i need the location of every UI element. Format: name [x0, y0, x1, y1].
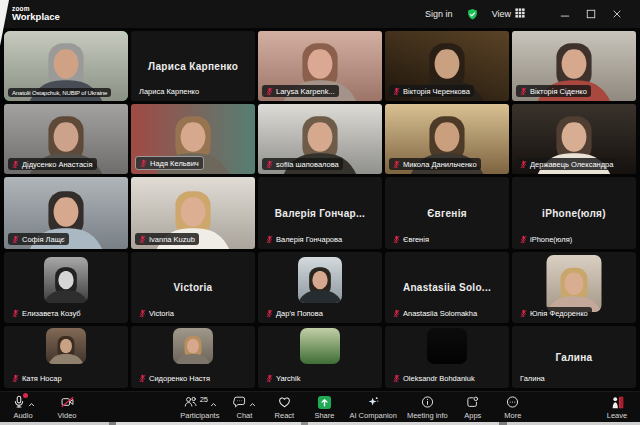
muted-mic-icon	[393, 374, 400, 383]
toolbar-label: Leave	[607, 411, 627, 420]
participant-tile[interactable]: Елизавета Козуб	[4, 252, 128, 323]
participant-tile[interactable]: Дар'я Попова	[258, 252, 382, 323]
participant-name-label: Anatolii Ostapchuk, NUBIP of Ukraine	[8, 88, 111, 97]
participant-name: Валерія Гончарова	[276, 235, 342, 244]
participant-name: Oleksandr Bohdaniuk	[403, 374, 475, 383]
toolbar-label: Participants	[180, 411, 219, 420]
participant-tile[interactable]: iPhone(юля)iPhone(юля)	[512, 177, 636, 249]
participant-avatar	[427, 328, 467, 364]
participant-tile[interactable]: Софія Лащє	[4, 177, 128, 249]
participant-tile[interactable]: Yarchik	[258, 326, 382, 388]
chat-caret-icon[interactable]	[249, 393, 256, 411]
participant-tile[interactable]: Oleksandr Bohdaniuk	[385, 326, 509, 388]
participants-count: 25	[200, 395, 208, 404]
audio-caret-icon[interactable]	[28, 393, 35, 411]
toolbar-meeting-info-button[interactable]: Meeting info	[407, 392, 448, 422]
participant-tile[interactable]: Anastasiia Solo...Anastasiia Solomakha	[385, 252, 509, 323]
participant-name: Лариса Карпенко	[139, 87, 199, 96]
audio-icon	[12, 395, 26, 409]
toolbar-more-button[interactable]: More	[498, 392, 528, 422]
participant-name-label: Галина	[516, 372, 549, 384]
sign-in-button[interactable]: Sign in	[425, 9, 453, 19]
maximize-button[interactable]	[578, 3, 604, 25]
video-icon	[60, 395, 75, 409]
participant-name-label: Софія Лащє	[8, 233, 69, 245]
participant-tile[interactable]: Валерія Гончар...Валерія Гончарова	[258, 177, 382, 249]
minimize-button[interactable]	[552, 3, 578, 25]
participant-tile[interactable]: Вікторія Черенкова	[385, 31, 509, 101]
close-button[interactable]	[604, 3, 630, 25]
participant-tile[interactable]: Катя Носар	[4, 326, 128, 388]
toolbar-ai-companion-button[interactable]: AI Companion	[349, 392, 397, 422]
toolbar-label: Chat	[236, 411, 252, 420]
toolbar-audio-button[interactable]: Audio	[8, 392, 38, 422]
muted-mic-icon	[140, 159, 147, 168]
toolbar-label: Share	[314, 411, 334, 420]
toolbar-chat-button[interactable]: Chat	[229, 392, 259, 422]
participant-name: Надя Кельвич	[150, 159, 199, 168]
participant-tile[interactable]: Anatolii Ostapchuk, NUBIP of Ukraine	[4, 31, 128, 101]
participant-name-label: Дар'я Попова	[262, 307, 327, 319]
muted-mic-icon	[266, 309, 273, 318]
muted-mic-icon	[139, 235, 146, 244]
participant-tile[interactable]: Larysa Karpenk...	[258, 31, 382, 101]
participant-tile[interactable]: sofiia шаповалова	[258, 104, 382, 174]
brand-workplace: Workplace	[12, 12, 60, 22]
participant-tile[interactable]: VictoriaVictoria	[131, 252, 255, 323]
participant-name: iPhone(юля)	[530, 235, 572, 244]
participant-avatar	[44, 257, 88, 303]
react-icon	[277, 395, 292, 409]
muted-mic-icon	[139, 309, 146, 318]
toolbar-label: Meeting info	[407, 411, 448, 420]
participant-name-label: Ivanna Kuzub	[135, 233, 199, 245]
share-icon	[317, 395, 332, 410]
muted-mic-icon	[393, 235, 400, 244]
zoom-workplace-logo: zoom Workplace	[12, 5, 60, 23]
participant-name: Дар'я Попова	[276, 309, 323, 318]
participant-tile[interactable]: Лариса КарпенкоЛариса Карпенко	[131, 31, 255, 101]
participant-name-label: Вікторія Сіденко	[516, 85, 591, 97]
toolbar-participants-button[interactable]: 25Participants	[180, 392, 219, 422]
participant-tile[interactable]: Микола Данильченко	[385, 104, 509, 174]
participant-tile[interactable]: Надя Кельвич	[131, 104, 255, 174]
participant-tile[interactable]: ГалинаГалина	[512, 326, 636, 388]
participant-tile[interactable]: Ivanna Kuzub	[131, 177, 255, 249]
view-label: View	[492, 9, 511, 19]
toolbar-label: Audio	[13, 411, 32, 420]
toolbar-leave-button[interactable]: Leave	[602, 392, 632, 422]
participants-grid: Anatolii Ostapchuk, NUBIP of UkraineЛари…	[4, 31, 636, 388]
muted-mic-icon	[12, 309, 19, 318]
muted-mic-icon	[266, 374, 273, 383]
participant-name-label: Державець Олександра	[516, 158, 617, 170]
participant-name: Вікторія Черенкова	[403, 87, 470, 96]
corner-artifact	[0, 0, 9, 46]
muted-mic-icon	[520, 87, 527, 96]
view-button[interactable]: View	[492, 8, 525, 20]
participant-tile[interactable]: Вікторія Сіденко	[512, 31, 636, 101]
toolbar-share-button[interactable]: Share	[309, 392, 339, 422]
participant-name-label: Елизавета Козуб	[8, 307, 85, 319]
participant-name: Дідусенко Анастасія	[22, 160, 93, 169]
muted-mic-icon	[266, 235, 273, 244]
participant-tile[interactable]: ЄвгеніяЄвгенія	[385, 177, 509, 249]
encryption-shield-icon[interactable]	[466, 8, 479, 21]
participant-name: Юлія Федоренко	[530, 309, 588, 318]
participant-name-label: Лариса Карпенко	[135, 85, 203, 97]
toolbar-video-button[interactable]: Video	[52, 392, 82, 422]
meeting-toolbar: AudioVideo 25ParticipantsChatReactShareA…	[0, 391, 640, 422]
participant-avatar	[547, 255, 602, 312]
participant-tile[interactable]: Дідусенко Анастасія	[4, 104, 128, 174]
participant-name: sofiia шаповалова	[276, 160, 339, 169]
participant-tile[interactable]: Сидоренко Настя	[131, 326, 255, 388]
participant-name-label: Yarchik	[262, 372, 304, 384]
toolbar-apps-button[interactable]: Apps	[458, 392, 488, 422]
toolbar-react-button[interactable]: React	[269, 392, 299, 422]
participant-tile[interactable]: Державець Олександра	[512, 104, 636, 174]
participant-name-label: Oleksandr Bohdaniuk	[389, 372, 479, 384]
participant-name: Yarchik	[276, 374, 300, 383]
toolbar-label: More	[504, 411, 521, 420]
participant-tile[interactable]: Юлія Федоренко	[512, 252, 636, 323]
audio-alert-dot	[23, 393, 28, 398]
participants-caret-icon[interactable]	[210, 393, 217, 411]
toolbar-label: React	[275, 411, 295, 420]
